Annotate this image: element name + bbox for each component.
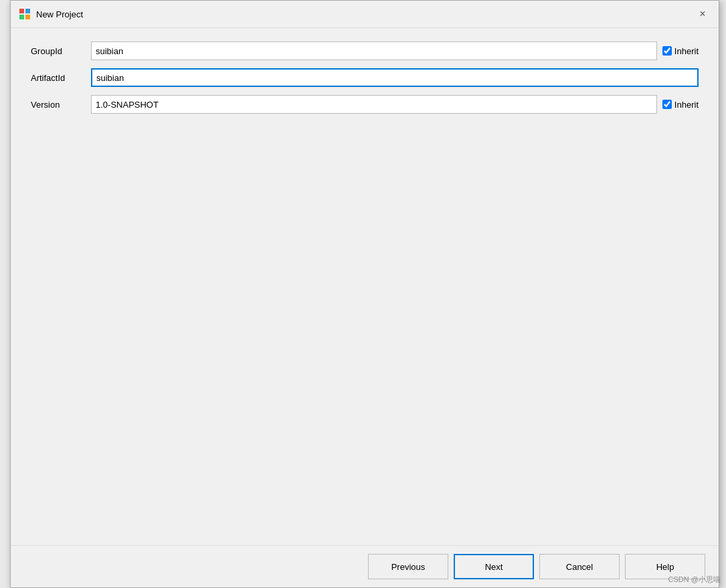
svg-rect-1 bbox=[25, 9, 30, 13]
dialog-titlebar: New Project × bbox=[11, 1, 719, 28]
groupid-inherit-container: Inherit bbox=[662, 46, 699, 56]
close-button[interactable]: × bbox=[695, 6, 711, 22]
artifactid-row: ArtifactId bbox=[31, 68, 699, 87]
dialog-icon bbox=[19, 8, 31, 20]
artifactid-input[interactable] bbox=[91, 68, 699, 87]
content-spacer bbox=[31, 122, 699, 532]
new-project-dialog: New Project × GroupId Inherit ArtifactId… bbox=[10, 0, 719, 588]
cancel-button[interactable]: Cancel bbox=[539, 554, 620, 579]
version-inherit-container: Inherit bbox=[662, 100, 699, 110]
version-row: Version Inherit bbox=[31, 95, 699, 114]
next-button[interactable]: Next bbox=[454, 554, 534, 579]
dialog-content: GroupId Inherit ArtifactId Version Inher… bbox=[11, 28, 719, 545]
groupid-row: GroupId Inherit bbox=[31, 41, 699, 60]
watermark: CSDN @小思喵 bbox=[668, 575, 721, 585]
groupid-input[interactable] bbox=[91, 41, 657, 60]
svg-rect-2 bbox=[19, 15, 24, 19]
dialog-title: New Project bbox=[36, 9, 83, 19]
svg-rect-0 bbox=[19, 9, 24, 13]
previous-button[interactable]: Previous bbox=[368, 554, 448, 579]
version-label: Version bbox=[31, 100, 91, 110]
groupid-inherit-label: Inherit bbox=[674, 46, 699, 56]
artifactid-label: ArtifactId bbox=[31, 73, 91, 83]
groupid-inherit-checkbox[interactable] bbox=[662, 46, 672, 56]
dialog-footer: Previous Next Cancel Help bbox=[11, 545, 719, 587]
titlebar-left: New Project bbox=[19, 8, 83, 20]
version-inherit-label: Inherit bbox=[674, 100, 699, 110]
svg-rect-3 bbox=[25, 15, 30, 19]
version-input[interactable] bbox=[91, 95, 657, 114]
version-inherit-checkbox[interactable] bbox=[662, 100, 672, 109]
groupid-label: GroupId bbox=[31, 46, 91, 56]
